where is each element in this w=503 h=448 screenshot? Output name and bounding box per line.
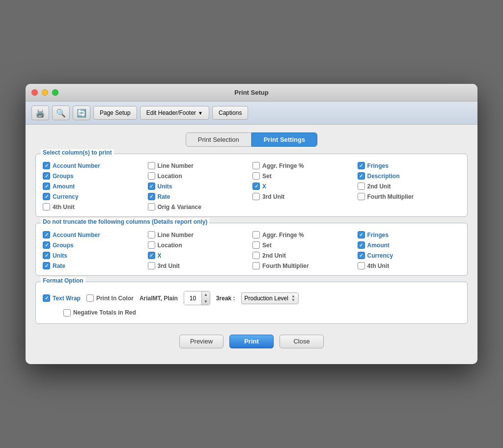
close-window-button[interactable] [31, 89, 38, 96]
section2-col-10[interactable]: 2nd Unit [252, 252, 356, 259]
section2-col-9[interactable]: X [148, 252, 251, 259]
section1-checkbox-6[interactable] [252, 172, 260, 180]
negative-totals-item[interactable]: Negative Totals in Red [63, 309, 136, 316]
section1-checkbox-16[interactable] [43, 203, 50, 211]
section1-col-17[interactable]: Orig & Variance [148, 203, 251, 211]
section2-col-6[interactable]: Set [252, 241, 356, 249]
section1-col-10[interactable]: X [252, 183, 356, 190]
preview-button[interactable]: Preview [179, 335, 224, 348]
section1-checkbox-7[interactable] [358, 172, 365, 180]
select-columns-grid: Account NumberLine NumberAggr. Fringe %F… [43, 162, 460, 211]
section2-col-8[interactable]: Units [43, 252, 146, 259]
page-setup-button[interactable]: Page Setup [93, 106, 137, 120]
section2-checkbox-4[interactable] [43, 241, 50, 249]
section1-col-3[interactable]: Fringes [358, 162, 461, 169]
tab-print-settings[interactable]: Print Settings [252, 132, 318, 147]
section1-checkbox-17[interactable] [148, 203, 155, 211]
edit-header-footer-button[interactable]: Edit Header/Footer ▼ [140, 106, 209, 120]
section1-col-4[interactable]: Groups [43, 172, 146, 180]
section1-col-6[interactable]: Set [252, 172, 356, 180]
section2-checkbox-15[interactable] [358, 262, 365, 269]
tab-print-selection[interactable]: Print Selection [186, 132, 252, 147]
select-columns-title: Select column(s) to print [41, 149, 114, 156]
section1-checkbox-10[interactable] [252, 183, 260, 190]
text-wrap-item[interactable]: Text Wrap [43, 294, 81, 302]
section1-col-9[interactable]: Units [148, 183, 251, 190]
font-size-spinner[interactable]: 10 ▲ ▼ [184, 291, 210, 305]
section2-col-3[interactable]: Fringes [358, 231, 461, 238]
section2-col-13[interactable]: 3rd Unit [148, 262, 251, 269]
section2-checkbox-1[interactable] [148, 231, 155, 238]
break-select-value: Production Level [245, 295, 288, 302]
section1-checkbox-1[interactable] [148, 162, 155, 169]
section2-col-4[interactable]: Groups [43, 241, 146, 249]
section2-checkbox-2[interactable] [252, 231, 260, 238]
section2-col-7[interactable]: Amount [358, 241, 461, 249]
section1-col-15[interactable]: Fourth Multiplier [358, 193, 461, 200]
section2-col-5[interactable]: Location [148, 241, 251, 249]
font-size-input[interactable]: 10 [184, 291, 202, 304]
section2-col-14[interactable]: Fourth Multiplier [252, 262, 356, 269]
format-option-title: Format Option [41, 277, 85, 284]
section2-checkbox-5[interactable] [148, 241, 155, 249]
section2-col-15[interactable]: 4th Unit [358, 262, 461, 269]
section1-checkbox-0[interactable] [43, 162, 50, 169]
minimize-window-button[interactable] [42, 89, 48, 96]
captions-button[interactable]: Captions [212, 106, 248, 120]
section1-checkbox-13[interactable] [148, 193, 155, 200]
spinner-up-icon[interactable]: ▲ [202, 291, 210, 298]
print-button[interactable]: Print [229, 335, 274, 348]
print-icon-button[interactable]: 🖨️ [31, 105, 49, 120]
section1-col-1[interactable]: Line Number [148, 162, 251, 169]
section2-checkbox-13[interactable] [148, 262, 155, 269]
break-select[interactable]: Production Level ▲ ▼ [241, 292, 299, 304]
negative-totals-checkbox[interactable] [63, 309, 71, 316]
section2-checkbox-11[interactable] [358, 252, 365, 259]
section1-col-0[interactable]: Account Number [43, 162, 146, 169]
section1-col-8[interactable]: Amount [43, 183, 146, 190]
section2-checkbox-10[interactable] [252, 252, 260, 259]
spinner-down-icon[interactable]: ▼ [202, 298, 210, 305]
section1-checkbox-5[interactable] [148, 172, 155, 180]
section2-col-11[interactable]: Currency [358, 252, 461, 259]
section1-checkbox-11[interactable] [358, 183, 365, 190]
section1-checkbox-3[interactable] [358, 162, 365, 169]
search-icon-button[interactable]: 🔍 [52, 105, 70, 120]
section2-checkbox-8[interactable] [43, 252, 50, 259]
main-content: Print Selection Print Settings Select co… [26, 125, 477, 364]
section2-col-1[interactable]: Line Number [148, 231, 251, 238]
section2-checkbox-6[interactable] [252, 241, 260, 249]
section1-col-11[interactable]: 2nd Unit [358, 183, 461, 190]
section1-checkbox-12[interactable] [43, 193, 50, 200]
toolbar: 🖨️ 🔍 🔄 Page Setup Edit Header/Footer ▼ C… [26, 102, 477, 125]
section2-col-0[interactable]: Account Number [43, 231, 146, 238]
text-wrap-checkbox[interactable] [43, 294, 50, 302]
section1-checkbox-15[interactable] [358, 193, 365, 200]
section2-col-12[interactable]: Rate [43, 262, 146, 269]
close-button[interactable]: Close [279, 335, 324, 348]
section2-checkbox-0[interactable] [43, 231, 50, 238]
section1-checkbox-8[interactable] [43, 183, 50, 190]
section1-col-14[interactable]: 3rd Unit [252, 193, 356, 200]
section1-checkbox-2[interactable] [252, 162, 260, 169]
section1-col-7[interactable]: Description [358, 172, 461, 180]
section1-col-12[interactable]: Currency [43, 193, 146, 200]
refresh-icon-button[interactable]: 🔄 [73, 105, 90, 120]
section2-checkbox-12[interactable] [43, 262, 50, 269]
print-color-item[interactable]: Print In Color [86, 294, 134, 302]
section1-col-13[interactable]: Rate [148, 193, 251, 200]
section2-checkbox-7[interactable] [358, 241, 365, 249]
section1-checkbox-9[interactable] [148, 183, 155, 190]
section2-checkbox-9[interactable] [148, 252, 155, 259]
section2-col-2[interactable]: Aggr. Fringe % [252, 231, 356, 238]
section1-col-5[interactable]: Location [148, 172, 251, 180]
section2-checkbox-3[interactable] [358, 231, 365, 238]
section1-col-16[interactable]: 4th Unit [43, 203, 146, 211]
window: Print Setup 🖨️ 🔍 🔄 Page Setup Edit Heade… [26, 84, 477, 364]
section1-checkbox-14[interactable] [252, 193, 260, 200]
section2-checkbox-14[interactable] [252, 262, 260, 269]
section1-col-2[interactable]: Aggr. Fringe % [252, 162, 356, 169]
print-color-checkbox[interactable] [86, 294, 94, 302]
maximize-window-button[interactable] [52, 89, 58, 96]
section1-checkbox-4[interactable] [43, 172, 50, 180]
